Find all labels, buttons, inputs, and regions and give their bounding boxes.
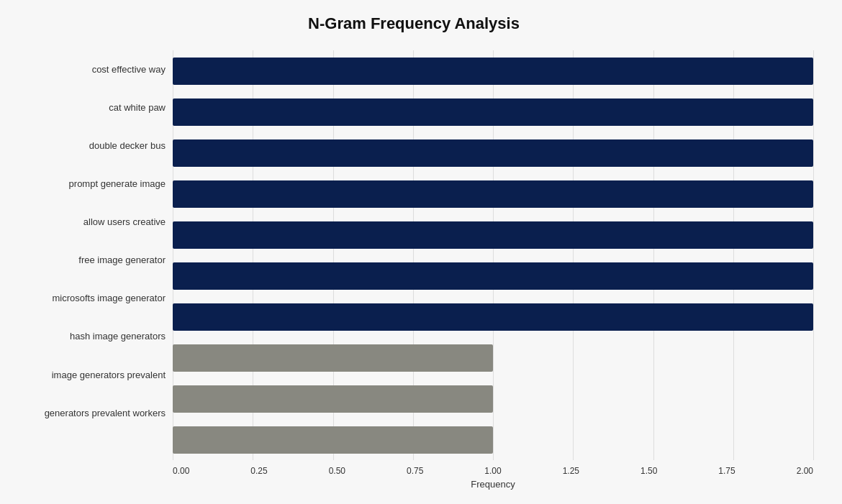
bar (173, 303, 813, 331)
chart-body: cost effective waycat white pawdouble de… (14, 50, 813, 432)
x-tick: 0.50 (329, 466, 345, 476)
y-label: cat white paw (14, 88, 166, 127)
bar (173, 98, 813, 126)
x-tick: 1.50 (640, 466, 657, 476)
bar-row (173, 214, 813, 255)
y-label: cost effective way (14, 50, 166, 88)
y-label: double decker bus (14, 127, 166, 165)
x-tick: 0.75 (407, 466, 423, 476)
chart-container: N-Gram Frequency Analysis cost effective… (0, 0, 842, 504)
x-axis-label: Frequency (173, 479, 813, 490)
bar-row (173, 378, 813, 419)
bar-row (173, 132, 813, 173)
bar-row (173, 50, 813, 91)
bar-row (173, 296, 813, 337)
chart-title: N-Gram Frequency Analysis (14, 14, 813, 33)
y-label: prompt generate image (14, 165, 166, 203)
plot-area: 0.000.250.500.751.001.251.501.752.00 Fre… (173, 50, 813, 432)
x-axis: 0.000.250.500.751.001.251.501.752.00 (173, 460, 813, 476)
y-label: microsofts image generator (14, 280, 166, 318)
x-tick: 2.00 (797, 466, 813, 476)
bar (173, 262, 813, 290)
y-label: image generators prevalent (14, 356, 166, 394)
bar-row (173, 337, 813, 378)
bar (173, 139, 813, 167)
bars-wrapper (173, 50, 813, 460)
x-tick: 1.00 (484, 466, 501, 476)
x-tick: 0.25 (250, 466, 267, 476)
x-tick: 1.75 (718, 466, 735, 476)
y-label: free image generator (14, 241, 166, 279)
x-tick: 1.25 (563, 466, 579, 476)
y-label: generators prevalent workers (14, 394, 166, 432)
y-label: hash image generators (14, 318, 166, 356)
y-label: allow users creative (14, 203, 166, 241)
bar-row (173, 419, 813, 460)
bar-row (173, 173, 813, 214)
y-axis: cost effective waycat white pawdouble de… (14, 50, 173, 432)
x-tick: 0.00 (173, 466, 189, 476)
bar (173, 385, 493, 413)
bar (173, 221, 813, 249)
bar (173, 180, 813, 208)
bar (173, 58, 813, 85)
bar-row (173, 91, 813, 132)
bar (173, 344, 493, 372)
bar-row (173, 255, 813, 296)
grid-line (813, 50, 814, 460)
bar (173, 426, 493, 454)
